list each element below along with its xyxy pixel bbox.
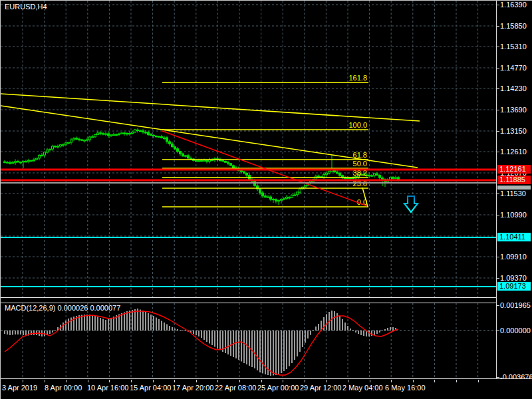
bid-price-label-hidden	[497, 186, 531, 190]
time-tick	[45, 380, 45, 382]
time-tick	[261, 380, 262, 382]
macd-histogram	[4, 309, 396, 376]
fib-label-61.8: 61.8	[353, 151, 367, 159]
price-chart-pane[interactable]: 161.8100.061.850.038.223.60.0	[1, 1, 497, 297]
macd-main-value: 0.000026	[57, 304, 88, 312]
time-tick	[413, 380, 414, 382]
price-chart-canvas[interactable]: 161.8100.061.850.038.223.60.0	[1, 1, 497, 297]
time-tick-label: 17 Apr 20:00	[172, 384, 213, 392]
time-tick-label: 8 Apr 00:00	[45, 384, 82, 392]
time-tick	[348, 380, 348, 382]
fib-label-161.8: 161.8	[348, 74, 367, 82]
macd-indicator-pane[interactable]	[1, 303, 497, 378]
time-tick-label: 15 Apr 04:00	[130, 384, 171, 392]
upper-yellow	[1, 94, 420, 121]
macd-scale-label: 0.001965	[500, 301, 531, 310]
macd-scale-tick	[497, 377, 499, 378]
time-tick-label: 22 Apr 08:00	[215, 384, 256, 392]
time-tick	[239, 380, 240, 382]
price-tick	[497, 257, 499, 257]
time-tick	[66, 380, 66, 382]
price-tick-label: 1.13150	[500, 127, 527, 136]
price-tick-label: 1.16390	[500, 1, 527, 9]
price-tick-label: 1.14230	[500, 84, 527, 93]
price-tick-label: 1.09910	[500, 253, 527, 261]
symbol-timeframe-label: EURUSD,H4	[5, 3, 47, 11]
price-tick	[497, 215, 499, 215]
price-line-label-1.10411: 1.10411	[497, 233, 531, 241]
price-line-label-1.12161: 1.12161	[497, 165, 531, 174]
fib-label-50.0: 50.0	[353, 160, 367, 168]
macd-scale-label: 0.000000	[500, 327, 531, 335]
price-tick-label: 1.11530	[500, 190, 526, 198]
time-tick	[196, 380, 197, 382]
grid	[1, 1, 496, 297]
time-tick	[478, 380, 479, 382]
price-tick	[497, 131, 499, 132]
macd-grid	[1, 303, 496, 378]
macd-signal-value: 0.000077	[90, 304, 120, 312]
horizontal-lines[interactable]	[1, 170, 496, 287]
price-tick	[497, 110, 499, 110]
time-tick-label: 6 May 16:00	[385, 384, 426, 392]
time-tick	[109, 380, 110, 382]
price-axis[interactable]: 1.163901.158501.153101.147701.142301.136…	[496, 1, 532, 399]
macd-scale-tick	[497, 305, 499, 306]
trendlines[interactable]	[1, 94, 420, 207]
macd-name: MACD(12,26,9)	[5, 304, 55, 312]
time-tick	[305, 380, 305, 382]
price-tick	[497, 88, 499, 89]
time-tick	[88, 380, 88, 382]
time-axis-baseline	[1, 378, 532, 379]
mt4-chart-window: 161.8100.061.850.038.223.60.0 EURUSD,H4 …	[0, 0, 532, 399]
price-axis-border	[496, 1, 497, 382]
time-tick	[456, 380, 457, 382]
time-tick	[370, 380, 370, 382]
price-tick-label: 1.10990	[500, 211, 527, 219]
time-tick-label: 25 Apr 00:00	[257, 384, 299, 392]
time-tick-label: 3 Apr 2019	[2, 384, 37, 392]
price-line-label-1.11885: 1.11885	[497, 176, 531, 184]
macd-canvas[interactable]	[1, 303, 497, 378]
time-tick	[174, 380, 175, 382]
fib-label-100.0: 100.0	[348, 121, 367, 129]
time-tick-label: 29 Apr 12:00	[300, 384, 341, 392]
price-tick-label: 1.12610	[500, 148, 527, 156]
fibonacci-retracement[interactable]: 161.8100.061.850.038.223.60.0	[162, 74, 368, 207]
time-tick	[326, 380, 327, 382]
time-tick	[217, 380, 218, 382]
price-tick	[497, 26, 499, 27]
price-tick	[497, 47, 499, 47]
time-tick-label: 10 Apr 16:00	[87, 384, 128, 392]
price-tick-label: 1.13690	[500, 106, 527, 114]
time-tick	[283, 380, 283, 382]
price-tick	[497, 152, 499, 152]
time-axis[interactable]: 3 Apr 20198 Apr 00:0010 Apr 16:0015 Apr …	[1, 379, 532, 399]
price-tick	[497, 5, 499, 5]
time-tick	[153, 380, 154, 382]
price-tick	[497, 68, 499, 68]
down-arrow-annotation[interactable]	[404, 196, 418, 212]
price-tick-label: 1.15850	[500, 22, 527, 31]
pane-divider-top[interactable]	[1, 297, 532, 298]
price-line-label-1.09173: 1.09173	[497, 282, 531, 291]
time-tick	[23, 380, 23, 382]
time-tick	[434, 380, 435, 382]
price-tick	[497, 278, 499, 279]
macd-scale-tick	[497, 331, 499, 331]
price-tick-label: 1.14770	[500, 64, 527, 72]
price-tick	[497, 194, 499, 194]
time-tick-label: 2 May 04:00	[342, 384, 383, 392]
time-tick	[131, 380, 132, 382]
macd-indicator-label: MACD(12,26,9) 0.000026 0.000077	[5, 304, 120, 312]
price-tick-label: 1.15310	[500, 43, 527, 51]
time-tick	[391, 380, 392, 382]
